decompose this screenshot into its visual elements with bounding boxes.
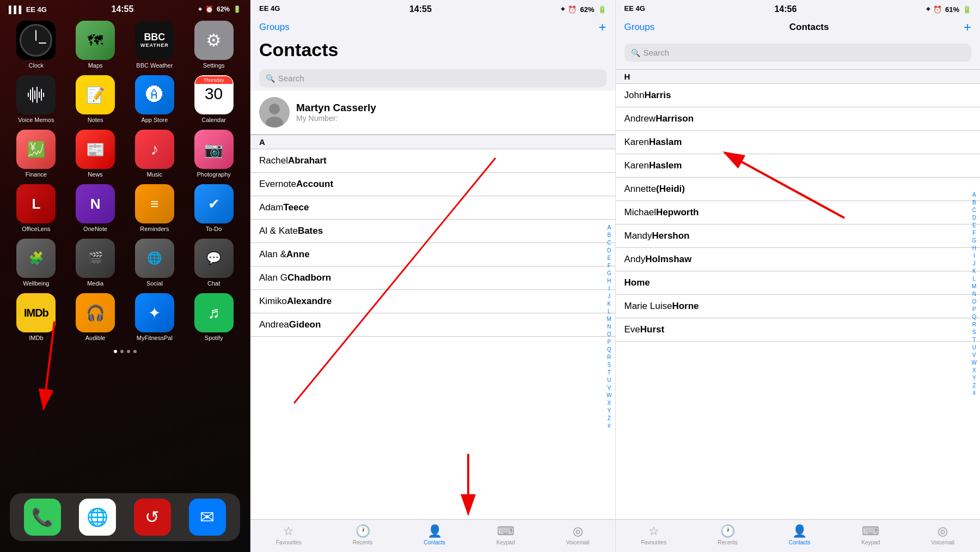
tab-recents-1[interactable]: 🕐 Recents: [353, 524, 373, 545]
contact-karen-haslem[interactable]: Karen Haslem: [616, 154, 981, 178]
contact-karen-haslam[interactable]: Karen Haslam: [616, 131, 981, 154]
app-social[interactable]: 🌐 Social: [128, 239, 181, 287]
app-bbc-weather[interactable]: BBC WEATHER BBC Weather: [128, 21, 181, 69]
onenote-icon-bg: N: [76, 184, 115, 223]
search-bar-1[interactable]: 🔍 Search: [259, 69, 607, 87]
voicemail-icon-1: ◎: [573, 524, 583, 538]
dock-cast[interactable]: ↺: [134, 499, 171, 536]
dock-chrome[interactable]: 🌐: [79, 499, 116, 536]
add-contact-button-2[interactable]: +: [964, 20, 971, 35]
alarm-icon: ⏰: [205, 5, 213, 13]
contact-annette-heidi[interactable]: Annette (Heidi): [616, 178, 981, 201]
add-contact-button-1[interactable]: +: [598, 20, 606, 35]
battery-icon-2: 🔋: [963, 5, 971, 14]
app-maps[interactable]: 🗺 Maps: [69, 21, 122, 69]
tab-keypad-2[interactable]: ⌨ Keypad: [861, 524, 880, 545]
my-card[interactable]: Martyn Casserly My Number:: [250, 90, 615, 135]
app-clock[interactable]: Clock: [10, 21, 63, 69]
app-photography[interactable]: 📷 Photography: [187, 130, 240, 178]
onenote-label: OneNote: [83, 226, 107, 232]
contacts-panel-2: EE 4G 14:56 ⌖ ⏰ 61% 🔋 Groups Contacts + …: [616, 0, 981, 552]
tab-keypad-1[interactable]: ⌨ Keypad: [497, 524, 515, 545]
alphabet-nav-1[interactable]: A B C D E F G H I J K L M N O P Q R S T …: [603, 135, 615, 519]
tab-favourites-2[interactable]: ☆ Favourites: [641, 524, 666, 545]
contact-john-harris[interactable]: John Harris: [616, 84, 981, 107]
cast-icon: ↺: [145, 507, 160, 527]
status-2-carrier: EE 4G: [624, 4, 645, 14]
dock-phone[interactable]: 📞: [24, 499, 61, 536]
app-notes[interactable]: 📝 Notes: [69, 75, 122, 123]
contacts-icon-2: 👤: [792, 524, 807, 538]
notes-label: Notes: [88, 117, 103, 123]
cast-icon-bg: ↺: [134, 499, 171, 536]
app-officelens[interactable]: L OfficeLens: [10, 184, 63, 232]
battery-label: 62%: [217, 5, 230, 13]
app-news[interactable]: 📰 News: [69, 130, 122, 178]
contact-mandy-hershon[interactable]: Mandy Hershon: [616, 225, 981, 248]
status-2-right: ⌖ ⏰ 61% 🔋: [926, 4, 971, 14]
app-media[interactable]: 🎬 Media: [69, 239, 122, 287]
tab-favourites-1[interactable]: ☆ Favourites: [276, 524, 302, 545]
app-todo[interactable]: ✔ To-Do: [187, 184, 240, 232]
contact-andrea-gideon[interactable]: Andrea Gideon: [250, 313, 615, 337]
contact-alan-chadborn[interactable]: Alan G Chadborn: [250, 266, 615, 290]
groups-button-1[interactable]: Groups: [259, 22, 290, 33]
app-wellbeing[interactable]: 🧩 Wellbeing: [10, 239, 63, 287]
favourites-label-2: Favourites: [641, 539, 666, 545]
search-icon-1: 🔍: [266, 74, 275, 83]
tab-recents-2[interactable]: 🕐 Recents: [718, 524, 738, 545]
contact-eve-hurst[interactable]: Eve Hurst: [616, 318, 981, 342]
voicememo-icon-bg: [16, 75, 56, 114]
status-1-time: 14:55: [409, 4, 432, 14]
app-reminders[interactable]: ≡ Reminders: [128, 184, 181, 232]
app-calendar[interactable]: Thursday 30 Calendar: [187, 75, 240, 123]
alphabet-nav-2[interactable]: A B C D E F G H I J K L M N O P Q R S T …: [969, 69, 980, 519]
app-music[interactable]: ♪ Music: [128, 130, 181, 178]
tab-contacts-1[interactable]: 👤 Contacts: [424, 524, 445, 545]
contact-evernote-account[interactable]: Evernote Account: [250, 173, 615, 196]
contact-adam-teece[interactable]: Adam Teece: [250, 196, 615, 220]
contacts-1-status-bar: EE 4G 14:55 ⌖ ⏰ 62% 🔋: [250, 0, 615, 16]
contact-home[interactable]: Home: [616, 271, 981, 295]
app-chat[interactable]: 💬 Chat: [187, 239, 240, 287]
search-container-1: 🔍 Search: [250, 66, 615, 90]
office-label: OfficeLens: [22, 226, 50, 232]
app-audible[interactable]: 🎧 Audible: [69, 293, 122, 341]
contacts-label-1: Contacts: [424, 539, 445, 545]
app-spotify[interactable]: ♬ Spotify: [187, 293, 240, 341]
calendar-face: Thursday 30: [195, 76, 232, 113]
contact-kimiko-alexandre[interactable]: Kimiko Alexandre: [250, 290, 615, 313]
contact-rachel-abrahart[interactable]: Rachel Abrahart: [250, 149, 615, 173]
app-imdb[interactable]: IMDb IMDb: [10, 293, 63, 341]
dock-mail[interactable]: ✉: [189, 499, 226, 536]
contact-alan-anne[interactable]: Alan & Anne: [250, 243, 615, 266]
app-voice-memos[interactable]: Voice Memos: [10, 75, 63, 123]
chat-icon-bg: 💬: [194, 239, 234, 278]
app-finance[interactable]: 💹 Finance: [10, 130, 63, 178]
recents-icon-1: 🕐: [356, 524, 370, 538]
app-myfitnesspal[interactable]: ✦ MyFitnessPal: [128, 293, 181, 341]
contact-andy-holmshaw[interactable]: Andy Holmshaw: [616, 248, 981, 271]
contact-marie-horne[interactable]: Marie Luise Horne: [616, 295, 981, 318]
app-appstore[interactable]: 🅐 App Store: [128, 75, 181, 123]
tab-voicemail-2[interactable]: ◎ Voicemail: [931, 524, 954, 545]
tab-contacts-2[interactable]: 👤 Contacts: [789, 524, 810, 545]
app-settings[interactable]: ⚙ Settings: [187, 21, 240, 69]
tab-voicemail-1[interactable]: ◎ Voicemail: [566, 524, 590, 545]
contacts-1-nav: Groups +: [259, 20, 607, 35]
contacts-title-2: Contacts: [789, 22, 829, 33]
contact-al-kate-bates[interactable]: Al & Kate Bates: [250, 220, 615, 243]
search-bar-2[interactable]: 🔍 Search: [624, 44, 972, 62]
contact-michael-hepworth[interactable]: Michael Hepworth: [616, 201, 981, 225]
contact-andrew-harrison[interactable]: Andrew Harrison: [616, 107, 981, 131]
app-onenote[interactable]: N OneNote: [69, 184, 122, 232]
mail-icon: ✉: [200, 507, 215, 527]
contacts-icon-1: 👤: [427, 524, 442, 538]
alarm-icon-1: ⏰: [568, 5, 577, 14]
chat-icon: 💬: [206, 251, 221, 265]
news-label: News: [88, 171, 103, 178]
groups-button-2[interactable]: Groups: [624, 22, 655, 33]
keypad-icon-1: ⌨: [497, 524, 514, 538]
contacts-list-1: A Rachel Abrahart Evernote Account Adam …: [250, 135, 615, 519]
gear-icon: ⚙: [206, 30, 222, 51]
